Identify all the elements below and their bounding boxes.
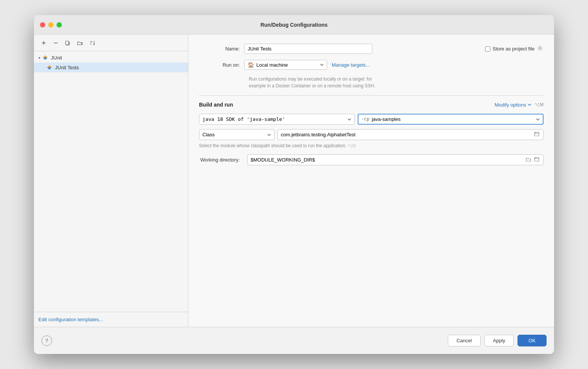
bottom-bar: ? Cancel Apply OK bbox=[34, 327, 554, 354]
gear-icon bbox=[537, 46, 543, 51]
class-row: Class bbox=[199, 129, 544, 140]
cp-select[interactable]: -cp java-samples bbox=[358, 114, 544, 125]
junit-item-icon bbox=[46, 64, 53, 71]
classpath-hint: Select the module whose classpath should… bbox=[199, 143, 544, 148]
modify-options-area: Modify options ⌥M bbox=[495, 102, 544, 108]
minimize-button[interactable] bbox=[48, 22, 54, 27]
main-content: ▾ JUnit bbox=[34, 35, 554, 327]
chevron-down-icon: ▾ bbox=[38, 56, 40, 60]
sidebar: ▾ JUnit bbox=[34, 35, 188, 327]
build-run-header: Build and run Modify options ⌥M bbox=[199, 102, 544, 108]
class-select[interactable]: Class bbox=[199, 129, 274, 140]
window-title: Run/Debug Configurations bbox=[260, 22, 328, 28]
sdk-row: java 18 SDK of 'java-sample' -cp java-sa… bbox=[199, 114, 544, 125]
macro-icon bbox=[534, 157, 539, 162]
sidebar-toolbar bbox=[34, 35, 188, 51]
run-on-label: Run on: bbox=[199, 62, 244, 68]
classpath-hint-text: Select the module whose classpath should… bbox=[199, 143, 346, 148]
local-machine-icon: 🏠 bbox=[248, 62, 254, 68]
sidebar-footer: Edit configuration templates... bbox=[34, 312, 188, 327]
store-as-project-checkbox[interactable] bbox=[485, 46, 490, 52]
svg-rect-4 bbox=[66, 41, 69, 44]
gear-button[interactable] bbox=[537, 45, 544, 53]
working-dir-row: Working directory: bbox=[199, 154, 544, 165]
tree-group-junit[interactable]: ▾ JUnit bbox=[34, 53, 188, 63]
svg-marker-13 bbox=[47, 67, 52, 70]
add-config-button[interactable] bbox=[38, 38, 49, 48]
close-button[interactable] bbox=[40, 22, 45, 27]
class-input-wrap bbox=[277, 129, 544, 140]
store-checkbox-area: Store as project file bbox=[485, 45, 544, 53]
class-label: Class bbox=[202, 132, 265, 137]
config-form: Name: Store as project file bbox=[188, 35, 554, 327]
apply-button[interactable]: Apply bbox=[484, 335, 514, 346]
remove-config-button[interactable] bbox=[51, 38, 61, 48]
cp-value: java-samples bbox=[372, 116, 534, 122]
browse-icon bbox=[534, 131, 539, 137]
sort-config-button[interactable] bbox=[87, 38, 97, 48]
tree-item-label: JUnit Tests bbox=[55, 65, 79, 70]
junit-group-icon bbox=[42, 54, 49, 61]
divider bbox=[199, 95, 544, 96]
run-on-select[interactable]: 🏠 Local machine bbox=[244, 60, 327, 70]
modify-options-label: Modify options bbox=[495, 102, 526, 108]
working-dir-field[interactable] bbox=[251, 157, 524, 163]
help-button[interactable]: ? bbox=[41, 335, 52, 346]
titlebar: Run/Debug Configurations bbox=[34, 15, 554, 35]
right-panel: Name: Store as project file bbox=[188, 35, 554, 327]
minus-icon bbox=[53, 40, 59, 46]
traffic-lights bbox=[40, 22, 62, 27]
name-input[interactable] bbox=[244, 44, 372, 54]
classpath-shortcut: ⌥O bbox=[348, 143, 356, 148]
sdk-value: java 18 SDK of 'java-sample' bbox=[202, 116, 345, 122]
sdk-chevron-icon bbox=[348, 118, 351, 120]
svg-point-14 bbox=[539, 47, 541, 49]
browse-dir-button[interactable] bbox=[525, 157, 532, 163]
cancel-button[interactable]: Cancel bbox=[448, 335, 480, 346]
svg-marker-12 bbox=[47, 65, 52, 67]
folder-move-icon bbox=[77, 40, 83, 46]
chevron-down-icon bbox=[320, 64, 324, 66]
folder-icon bbox=[526, 157, 531, 162]
cp-label: -cp bbox=[361, 117, 370, 122]
maximize-button[interactable] bbox=[57, 22, 62, 27]
copy-config-button[interactable] bbox=[63, 38, 73, 48]
tree-item-junit-tests[interactable]: JUnit Tests bbox=[34, 63, 188, 72]
run-on-value: Local machine bbox=[256, 62, 318, 68]
name-row: Name: Store as project file bbox=[199, 44, 544, 54]
browse-macro-button[interactable] bbox=[533, 157, 540, 163]
name-label: Name: bbox=[199, 46, 244, 52]
sidebar-tree: ▾ JUnit bbox=[34, 51, 188, 312]
build-run-title: Build and run bbox=[199, 102, 233, 108]
manage-targets-link[interactable]: Manage targets... bbox=[332, 62, 370, 68]
modify-shortcut: ⌥M bbox=[534, 102, 544, 107]
class-input[interactable] bbox=[281, 132, 532, 137]
working-dir-label: Working directory: bbox=[199, 157, 244, 163]
move-config-button[interactable] bbox=[75, 38, 85, 48]
run-hint-text: Run configurations may be executed local… bbox=[249, 76, 375, 88]
class-chevron-icon bbox=[267, 134, 271, 136]
window: Run/Debug Configurations bbox=[34, 15, 554, 354]
svg-rect-15 bbox=[534, 132, 539, 136]
svg-marker-11 bbox=[43, 58, 47, 60]
sort-icon bbox=[89, 40, 95, 46]
store-as-project-label: Store as project file bbox=[493, 46, 534, 52]
svg-rect-18 bbox=[534, 157, 539, 161]
ok-button[interactable]: OK bbox=[518, 335, 547, 346]
cp-chevron-icon bbox=[536, 118, 540, 120]
working-dir-input bbox=[247, 154, 544, 165]
run-on-row: Run on: 🏠 Local machine Manage targets..… bbox=[199, 60, 544, 70]
browse-class-button[interactable] bbox=[533, 131, 540, 138]
tree-group-label: JUnit bbox=[51, 55, 62, 61]
bottom-actions: Cancel Apply OK bbox=[448, 335, 547, 346]
add-icon bbox=[41, 40, 47, 46]
sdk-select[interactable]: java 18 SDK of 'java-sample' bbox=[199, 114, 355, 125]
help-icon: ? bbox=[45, 338, 48, 344]
copy-icon bbox=[65, 40, 71, 46]
run-hint: Run configurations may be executed local… bbox=[249, 76, 544, 89]
edit-templates-link[interactable]: Edit configuration templates... bbox=[38, 317, 103, 322]
modify-options-button[interactable]: Modify options bbox=[495, 102, 531, 108]
svg-marker-10 bbox=[43, 55, 47, 58]
chevron-down-small-icon bbox=[528, 104, 531, 106]
